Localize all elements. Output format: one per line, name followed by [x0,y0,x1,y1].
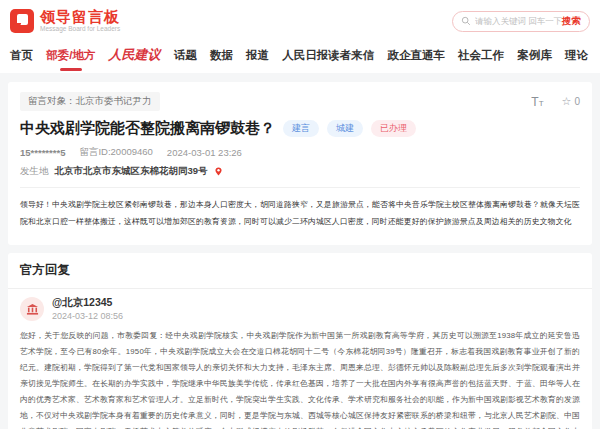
reply-body: 您好，关于您反映的问题，市教委回复：经中央戏剧学院核实，中央戏剧学院作为新中国第… [20,328,580,429]
site-header: 领导留言板 Message Board for Leaders 搜索 首页 部委… [0,0,600,73]
message-board-logo-icon [10,9,34,33]
tag-handled: 已办理 [371,120,416,137]
nav-data[interactable]: 数据 [210,48,233,63]
location-pin-icon[interactable] [214,167,223,176]
location-value: 北京市北京市东城区东棉花胡同39号 [55,165,208,178]
nav-reader-letters[interactable]: 人民日报读者来信 [282,48,374,63]
location-label: 发生地 [20,165,49,178]
message-card: 留言对象：北京市委书记尹力 TT ☆ 0 中央戏剧学院能否整院搬离南锣鼓巷？ 建… [8,82,592,245]
nav-gov-enterprise[interactable]: 政企直通车 [387,48,445,63]
nav-theory[interactable]: 理论 [565,48,588,63]
reply-author-avatar [20,297,44,321]
nav-case-library[interactable]: 案例库 [517,48,552,63]
nav-reports[interactable]: 报道 [246,48,269,63]
nav-people-suggestions[interactable]: 人民建议 [109,46,161,64]
message-target-badge: 留言对象：北京市委书记尹力 [20,92,160,111]
reply-author-name[interactable]: @北京12345 [52,297,123,308]
like-count: 0 [574,96,580,107]
reply-divider [8,288,592,289]
nav-social-work[interactable]: 社会工作 [458,48,504,63]
main-nav: 首页 部委/地方 人民建议 话题 数据 报道 人民日报读者来信 政企直通车 社会… [10,36,590,73]
message-time: 2024-03-01 23:26 [167,147,242,158]
font-size-icon[interactable]: TT [531,95,543,109]
search-box[interactable]: 搜索 [452,11,590,32]
message-divider [20,187,580,188]
tag-suggestion: 建言 [283,120,319,137]
site-logo[interactable]: 领导留言板 Message Board for Leaders [10,9,120,33]
top-bar: 领导留言板 Message Board for Leaders 搜索 [10,6,590,36]
search-input[interactable] [475,16,562,26]
tag-urban-construction: 城建 [327,120,363,137]
official-reply-heading: 官方回复 [20,262,580,279]
message-id: 留言ID:20009460 [79,146,152,159]
nav-home[interactable]: 首页 [10,48,33,63]
search-button[interactable]: 搜索 [562,15,581,28]
government-building-icon [26,303,39,316]
message-user: 15********5 [20,147,65,158]
message-body: 领导好！中央戏剧学院主校区紧邻南锣鼓巷，那边本身人口密度大，胡同道路狭窄，又是旅… [20,196,580,230]
nav-ministries-local[interactable]: 部委/地方 [46,48,95,63]
official-reply-card: 官方回复 @北京12345 2024-03-12 08:56 您好，关于您反映的… [8,253,592,429]
star-icon: ☆ [562,95,572,108]
message-title: 中央戏剧学院能否整院搬离南锣鼓巷？ [20,119,275,138]
nav-topics[interactable]: 话题 [174,48,197,63]
site-subtitle: Message Board for Leaders [40,26,120,33]
reply-time: 2024-03-12 08:56 [52,312,123,321]
like-button[interactable]: ☆ 0 [562,95,580,108]
site-title: 领导留言板 [40,9,120,24]
search-icon [461,16,471,26]
